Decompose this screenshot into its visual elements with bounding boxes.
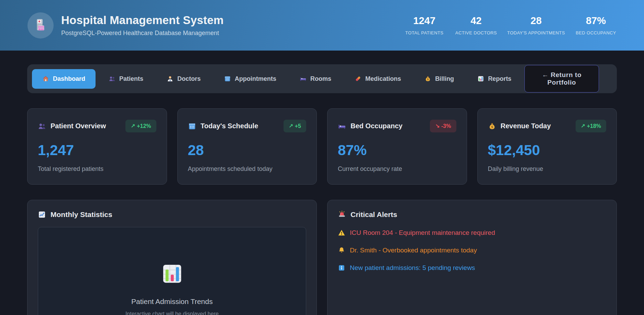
card-value: $12,450 — [488, 142, 607, 159]
stat-label: ACTIVE DOCTORS — [455, 30, 497, 35]
page-title: Hospital Management System — [61, 14, 224, 27]
pill-icon — [355, 75, 362, 82]
header-stat-bed-occupancy: 87% BED OCCUPANCY — [575, 15, 617, 35]
stat-value: 1247 — [413, 15, 436, 26]
money-bag-icon: $ — [424, 75, 431, 82]
chart-placeholder: Patient Admission Trends Interactive cha… — [38, 227, 306, 315]
tab-medications[interactable]: Medications — [344, 69, 411, 89]
card-subtitle: Appointments scheduled today — [188, 165, 307, 173]
alert-item-info: New patient admissions: 5 pending review… — [338, 261, 606, 275]
card-title: Bed Occupancy — [351, 122, 402, 130]
stat-value: 42 — [470, 15, 481, 26]
bar-chart-icon — [477, 75, 484, 82]
critical-alerts-panel: Critical Alerts ICU Room 204 - Equipment… — [327, 200, 617, 315]
tab-label: Dashboard — [53, 75, 85, 83]
card-title: Revenue Today — [501, 122, 551, 130]
chart-increasing-icon — [38, 210, 46, 219]
money-bag-icon: $ — [488, 122, 496, 130]
house-icon — [42, 75, 49, 82]
stat-label: TOTAL PATIENTS — [405, 30, 443, 35]
card-revenue-today: $ Revenue Today ↗ +18% $12,450 Daily bil… — [477, 108, 617, 185]
card-subtitle: Total registered patients — [38, 165, 156, 173]
tab-dashboard[interactable]: Dashboard — [32, 69, 96, 89]
card-value: 28 — [188, 142, 307, 159]
card-title: Patient Overview — [51, 122, 106, 130]
bar-chart-icon — [161, 262, 184, 285]
tab-appointments[interactable]: Appointments — [214, 69, 287, 89]
bed-icon — [300, 75, 307, 82]
svg-text:$: $ — [491, 125, 493, 129]
header-stat-todays-appointments: 28 TODAY'S APPOINTMENTS — [507, 15, 565, 35]
tab-reports[interactable]: Reports — [467, 69, 522, 89]
tab-label: Appointments — [235, 75, 276, 83]
calendar-icon — [188, 122, 196, 130]
header-stat-active-doctors: 42 ACTIVE DOCTORS — [455, 15, 497, 35]
stat-value: 28 — [531, 15, 542, 26]
return-to-portfolio-button[interactable]: ← Return to Portfolio — [524, 65, 599, 93]
header-stats: 1247 TOTAL PATIENTS 42 ACTIVE DOCTORS 28… — [404, 15, 617, 35]
tab-label: Doctors — [177, 75, 201, 83]
tab-billing[interactable]: $ Billing — [414, 69, 464, 89]
tab-patients[interactable]: Patients — [98, 69, 154, 89]
trend-badge: ↗ +18% — [576, 120, 606, 132]
trend-badge: ↗ +12% — [125, 120, 156, 132]
alert-list: ICU Room 204 - Equipment maintenance req… — [338, 226, 606, 275]
tab-rooms[interactable]: Rooms — [289, 69, 342, 89]
tab-label: Billing — [435, 75, 454, 83]
card-subtitle: Daily billing revenue — [488, 165, 607, 173]
alert-text: ICU Room 204 - Equipment maintenance req… — [350, 229, 495, 237]
people-icon — [38, 122, 46, 130]
tab-label: Patients — [119, 75, 143, 83]
doctor-icon — [167, 75, 174, 82]
stat-cards-row: Patient Overview ↗ +12% 1,247 Total regi… — [27, 108, 617, 185]
calendar-icon — [224, 75, 231, 82]
page-subtitle: PostgreSQL-Powered Healthcare Database M… — [61, 30, 224, 37]
monthly-statistics-panel: Monthly Statistics Patient Adm — [27, 200, 317, 315]
trend-badge: ↘ -3% — [430, 120, 456, 132]
header-stat-total-patients: 1247 TOTAL PATIENTS — [404, 15, 445, 35]
card-todays-schedule: Today's Schedule ↗ +5 28 Appointments sc… — [177, 108, 317, 185]
card-value: 1,247 — [38, 142, 156, 159]
svg-text:$: $ — [427, 78, 429, 81]
people-icon — [109, 75, 115, 82]
tab-doctors[interactable]: Doctors — [156, 69, 211, 89]
bottom-panels-row: Monthly Statistics Patient Adm — [27, 200, 617, 315]
stat-label: BED OCCUPANCY — [576, 30, 616, 35]
trend-badge: ↗ +5 — [284, 120, 306, 132]
alert-text: New patient admissions: 5 pending review… — [350, 264, 475, 272]
card-bed-occupancy: Bed Occupancy ↘ -3% 87% Current occupanc… — [327, 108, 467, 185]
hospital-building-icon — [33, 18, 48, 33]
placeholder-title: Patient Admission Trends — [38, 297, 306, 306]
card-value: 87% — [338, 142, 456, 159]
placeholder-subtitle: Interactive chart will be displayed here — [38, 311, 306, 315]
alert-item-warning: Dr. Smith - Overbooked appointments toda… — [338, 243, 606, 258]
card-title: Today's Schedule — [201, 122, 258, 130]
stat-value: 87% — [586, 15, 606, 26]
panel-title: Critical Alerts — [351, 210, 397, 219]
bell-icon — [338, 247, 345, 254]
main-navigation: Dashboard Patients — [27, 64, 617, 93]
bed-icon — [338, 122, 346, 130]
tab-label: Reports — [488, 75, 511, 83]
warning-icon — [338, 229, 345, 237]
card-subtitle: Current occupancy rate — [338, 165, 456, 173]
alert-text: Dr. Smith - Overbooked appointments toda… — [350, 247, 477, 254]
app-header: Hospital Management System PostgreSQL-Po… — [0, 0, 644, 51]
tab-label: Rooms — [310, 75, 331, 83]
siren-icon — [338, 210, 346, 219]
card-patient-overview: Patient Overview ↗ +12% 1,247 Total regi… — [27, 108, 167, 185]
panel-title: Monthly Statistics — [51, 210, 112, 219]
alert-item-critical: ICU Room 204 - Equipment maintenance req… — [338, 226, 606, 240]
app-logo — [27, 12, 54, 39]
tab-label: Medications — [365, 75, 401, 83]
info-icon — [338, 264, 345, 272]
stat-label: TODAY'S APPOINTMENTS — [507, 30, 565, 35]
